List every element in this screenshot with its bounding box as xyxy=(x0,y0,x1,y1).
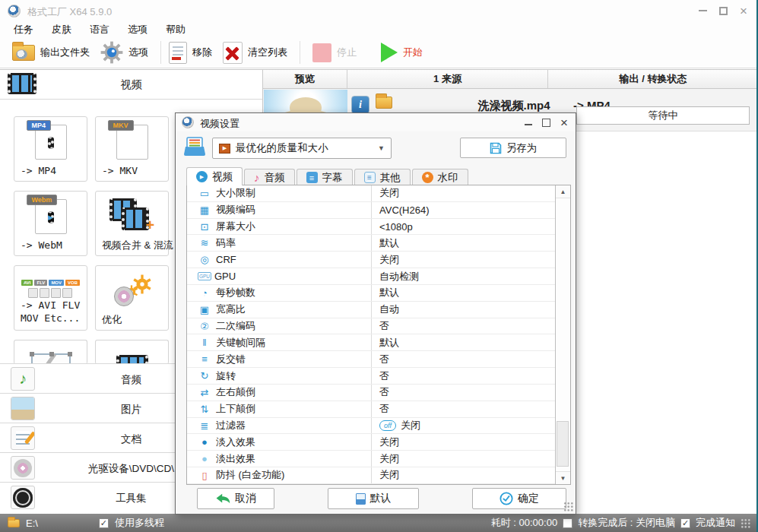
stop-button[interactable]: 停止 xyxy=(312,43,357,62)
status-bar: E:\ ✓ 使用多线程 耗时 : 00:00:00 转换完成后 : 关闭电脑 ✓… xyxy=(0,514,758,532)
off-badge-icon: off xyxy=(379,420,396,431)
tab-subtitle[interactable]: ≡ 字幕 xyxy=(297,169,353,185)
chevron-down-icon: ▼ xyxy=(378,144,385,152)
dialog-close-button[interactable]: × xyxy=(560,119,568,127)
card-optimize[interactable]: 优化 xyxy=(95,265,169,331)
shutdown-after-checkbox[interactable] xyxy=(563,518,572,528)
tab-watermark[interactable]: * 水印 xyxy=(412,169,468,185)
setting-value[interactable]: 否 xyxy=(371,368,555,384)
save-as-button[interactable]: 另存为 xyxy=(460,138,566,158)
menu-skin[interactable]: 皮肤 xyxy=(52,23,71,36)
toolbar: 输出文件夹 选项 移除 清空列表 xyxy=(0,37,758,68)
setting-value[interactable]: off关闭 xyxy=(371,418,555,434)
setting-row[interactable]: GPUGPU自动检测 xyxy=(187,268,555,285)
notify-checkbox[interactable]: ✓ xyxy=(680,518,690,528)
setting-row[interactable]: ▯防抖 (白金功能)关闭 xyxy=(187,467,555,484)
cancel-button[interactable]: 取消 xyxy=(197,488,274,509)
setting-value[interactable]: 默认 xyxy=(371,235,555,251)
profile-dropdown[interactable]: ▶ 最优化的质量和大小 ▼ xyxy=(212,138,392,159)
column-preview[interactable]: 预览 xyxy=(263,70,347,88)
window-resize-grip[interactable] xyxy=(741,518,750,528)
setting-value[interactable]: 否 xyxy=(371,385,555,401)
setting-row[interactable]: ②二次编码否 xyxy=(187,318,555,335)
setting-row[interactable]: ◎CRF关闭 xyxy=(187,252,555,268)
setting-value[interactable]: 默认 xyxy=(371,285,555,301)
setting-row[interactable]: ⇅上下颠倒否 xyxy=(187,401,555,418)
output-path[interactable]: E:\ xyxy=(26,518,38,529)
setting-value[interactable]: 关闭 xyxy=(371,434,555,450)
open-file-folder-button[interactable] xyxy=(376,97,392,109)
card-to-avi-flv-mov[interactable]: AVI FLV MOV VOB -> AVI FLV MOV Etc... xyxy=(14,265,87,331)
tab-other[interactable]: ≡ 其他 xyxy=(354,169,411,185)
setting-value[interactable]: <1080p xyxy=(371,219,555,235)
remove-button[interactable]: 移除 xyxy=(169,42,212,64)
card-video-merge[interactable]: + 视频合并 & 混流 xyxy=(95,191,169,256)
default-button[interactable]: 默认 xyxy=(328,488,419,509)
multithread-checkbox[interactable]: ✓ xyxy=(99,518,109,528)
setting-row[interactable]: ●淡出效果关闭 xyxy=(187,451,555,467)
column-output-status[interactable]: 输出 / 转换状态 xyxy=(548,70,758,88)
card-crop-partial[interactable] xyxy=(14,340,87,364)
setting-value[interactable]: 关闭 xyxy=(371,467,555,483)
setting-value[interactable]: 自动检测 xyxy=(371,268,555,284)
setting-row[interactable]: ▭大小限制关闭 xyxy=(187,185,555,202)
column-source[interactable]: 1 来源 xyxy=(347,70,548,88)
setting-row[interactable]: ⊡屏幕大小<1080p xyxy=(187,219,555,236)
setting-value[interactable]: 关闭 xyxy=(371,252,555,268)
setting-row[interactable]: ↻旋转否 xyxy=(187,368,555,385)
setting-value[interactable]: 关闭 xyxy=(371,185,555,201)
screen-size-icon: ⊡ xyxy=(196,221,213,233)
setting-row[interactable]: ‖关键帧间隔默认 xyxy=(187,334,555,351)
scroll-up-arrow[interactable]: ▲ xyxy=(556,185,570,198)
card-to-mkv[interactable]: MKV -> MKV xyxy=(95,116,169,182)
setting-value[interactable]: 自动 xyxy=(371,302,555,318)
setting-value[interactable]: 默认 xyxy=(371,334,555,350)
setting-value[interactable]: 否 xyxy=(371,401,555,417)
ok-button[interactable]: 确定 xyxy=(472,488,566,509)
start-button[interactable]: 开始 xyxy=(381,43,423,62)
card-to-webm[interactable]: ▶ Webm -> WebM xyxy=(14,191,87,256)
setting-row[interactable]: ▦视频编码AVC(H264) xyxy=(187,202,555,219)
menu-options[interactable]: 选项 xyxy=(128,23,147,36)
options-button[interactable]: 选项 xyxy=(100,41,148,64)
setting-label: 宽高比 xyxy=(213,302,371,316)
clear-list-button[interactable]: 清空列表 xyxy=(223,42,287,64)
setting-value[interactable]: 否 xyxy=(371,318,555,334)
tab-audio[interactable]: ♪ 音频 xyxy=(244,169,295,185)
scrollbar-thumb[interactable] xyxy=(557,421,569,467)
minimize-button[interactable] xyxy=(699,10,707,11)
setting-value[interactable]: 关闭 xyxy=(371,451,555,467)
settings-scrollbar[interactable]: ▲ ▼ xyxy=(555,185,570,484)
setting-value-text: 关闭 xyxy=(379,253,399,267)
dialog-maximize-button[interactable] xyxy=(542,119,550,127)
setting-row[interactable]: ≋码率默认 xyxy=(187,235,555,252)
output-folder-button[interactable]: 输出文件夹 xyxy=(12,45,90,61)
file-info-button[interactable]: i xyxy=(351,96,369,114)
setting-row[interactable]: ≣过滤器off关闭 xyxy=(187,418,555,435)
dialog-title-bar[interactable]: 视频设置 × xyxy=(176,113,576,131)
scroll-down-arrow[interactable]: ▼ xyxy=(556,471,570,484)
menu-language[interactable]: 语言 xyxy=(90,23,109,36)
setting-value-text: 关闭 xyxy=(379,468,399,482)
menu-task[interactable]: 任务 xyxy=(14,23,33,36)
setting-value[interactable]: AVC(H264) xyxy=(371,202,555,218)
close-button[interactable]: × xyxy=(740,7,747,15)
profile-film-icon: ▶ xyxy=(219,144,230,154)
setting-row[interactable]: ≡反交错否 xyxy=(187,351,555,368)
tab-video[interactable]: ▶ 视频 xyxy=(186,167,243,185)
dialog-resize-grip[interactable] xyxy=(563,502,573,511)
maximize-button[interactable] xyxy=(719,7,728,15)
setting-row[interactable]: ●淡入效果关闭 xyxy=(187,434,555,451)
sidebar-header-video[interactable]: 视频 xyxy=(0,70,262,100)
setting-row[interactable]: ◔每秒帧数默认 xyxy=(187,285,555,302)
card-to-mp4[interactable]: MP4 -> MP4 xyxy=(14,116,87,182)
menu-help[interactable]: 帮助 xyxy=(166,23,186,36)
setting-value-text: 否 xyxy=(379,319,389,333)
stabilize-icon: ▯ xyxy=(196,470,213,481)
setting-row[interactable]: ▣宽高比自动 xyxy=(187,302,555,318)
card-video-tool-partial[interactable] xyxy=(95,340,169,364)
setting-row[interactable]: ⇄左右颠倒否 xyxy=(187,385,555,401)
dialog-minimize-button[interactable] xyxy=(525,124,532,125)
setting-value[interactable]: 否 xyxy=(371,351,555,367)
setting-label: 防抖 (白金功能) xyxy=(213,468,371,482)
